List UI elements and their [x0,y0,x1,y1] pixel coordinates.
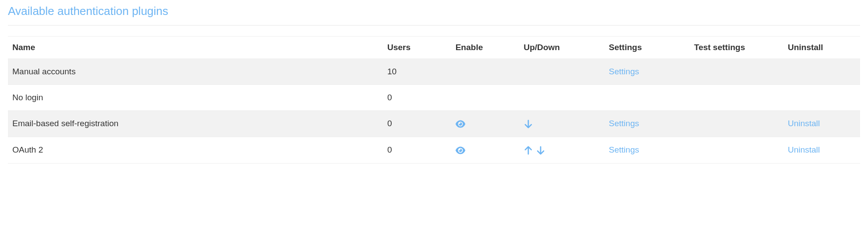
plugin-updown-cell [519,59,604,85]
plugin-enable-cell [451,85,519,111]
plugin-users: 0 [383,111,451,137]
header-enable: Enable [451,36,519,59]
plugin-settings-cell: Settings [605,59,690,85]
plugin-enable-cell [451,137,519,163]
plugin-test-cell [690,111,783,137]
plugin-updown-cell [519,137,604,163]
settings-link[interactable]: Settings [609,119,639,128]
plugin-users: 10 [383,59,451,85]
plugin-test-cell [690,59,783,85]
plugin-enable-cell [451,59,519,85]
table-row: Email-based self-registration0SettingsUn… [8,111,860,137]
plugin-updown-cell [519,111,604,137]
plugin-uninstall-cell [783,85,860,111]
plugin-users: 0 [383,85,451,111]
arrow-down-icon[interactable] [536,146,545,155]
section-title: Available authentication plugins [8,4,860,26]
header-uninstall: Uninstall [783,36,860,59]
table-row: Manual accounts10Settings [8,59,860,85]
plugin-settings-cell: Settings [605,111,690,137]
table-row: OAuth 20SettingsUninstall [8,137,860,163]
plugin-uninstall-cell [783,59,860,85]
uninstall-link[interactable]: Uninstall [788,119,820,128]
arrow-up-icon[interactable] [523,146,533,155]
plugin-settings-cell: Settings [605,137,690,163]
plugin-settings-cell [605,85,690,111]
plugin-updown-cell [519,85,604,111]
settings-link[interactable]: Settings [609,67,639,76]
plugin-enable-cell [451,111,519,137]
plugin-name: No login [8,85,383,111]
header-test: Test settings [690,36,783,59]
plugin-name: Email-based self-registration [8,111,383,137]
header-settings: Settings [605,36,690,59]
plugin-users: 0 [383,137,451,163]
eye-icon[interactable] [456,146,465,155]
auth-plugins-table: Name Users Enable Up/Down Settings Test … [8,36,860,164]
header-users: Users [383,36,451,59]
plugin-test-cell [690,85,783,111]
settings-link[interactable]: Settings [609,145,639,154]
table-row: No login0 [8,85,860,111]
uninstall-link[interactable]: Uninstall [788,145,820,154]
header-updown: Up/Down [519,36,604,59]
plugin-test-cell [690,137,783,163]
plugin-name: Manual accounts [8,59,383,85]
arrow-down-icon[interactable] [523,119,533,129]
header-name: Name [8,36,383,59]
plugin-name: OAuth 2 [8,137,383,163]
plugin-uninstall-cell: Uninstall [783,111,860,137]
plugin-uninstall-cell: Uninstall [783,137,860,163]
eye-icon[interactable] [456,119,465,129]
